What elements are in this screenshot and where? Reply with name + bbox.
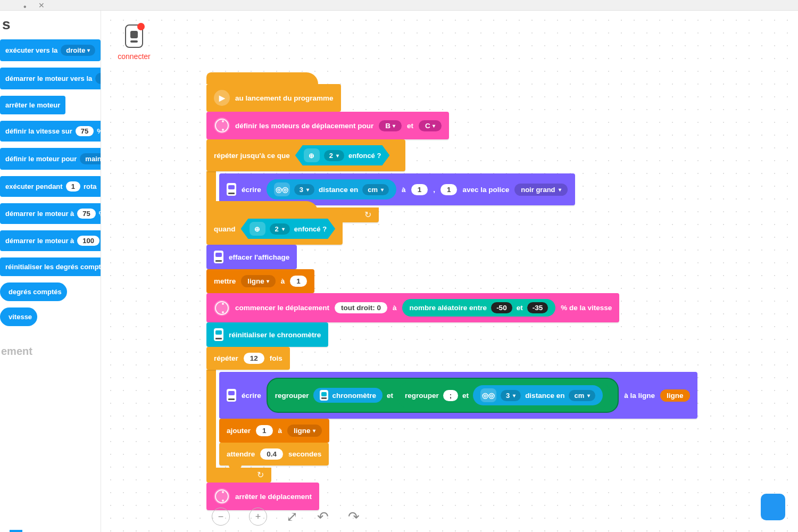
top-toolbar: • ✕ [0,0,798,11]
dropdown-port-2[interactable]: 2 [324,150,344,161]
input-add-value[interactable]: 1 [256,425,273,436]
category-label: ement [0,345,101,358]
palette-reporter-speed[interactable]: vitesse [0,307,37,326]
block-clear-display[interactable]: effacer l'affichage [206,245,297,269]
block-label: répéter jusqu'à ce que [214,152,290,160]
block-when-program-starts[interactable]: ▶ au lancement du programme [206,84,341,112]
reporter-timer[interactable]: chronomètre [313,388,383,403]
block-label: démarrer le moteur à [5,210,74,218]
block-label: à [393,304,397,312]
toolbar-close-icon[interactable]: ✕ [38,1,45,10]
display-icon [227,183,236,196]
zoom-out-button[interactable]: − [212,508,230,526]
palette-block-execute-toward[interactable]: exécuter vers la droite [0,39,101,61]
dropdown-direction[interactable]: d [95,73,101,84]
force-sensor-icon: ⊕ [304,148,320,162]
input-rotations[interactable]: 1 [66,181,80,192]
input-separator[interactable]: ; [443,390,458,401]
input-random-hi[interactable]: -35 [527,302,548,313]
input-y[interactable]: 1 [440,184,458,195]
block-label: distance en [525,392,564,400]
dropdown-unit-cm[interactable]: cm [362,184,389,195]
block-set-movement-motors[interactable]: définir les moteurs de déplacement pour … [206,112,449,139]
block-label: réinitialiser les degrés compté [5,263,101,271]
palette-block-start-motor-toward[interactable]: démarrer le moteur vers la d [0,68,101,89]
block-start-moving[interactable]: commencer le déplacement tout droit: 0 à… [206,293,619,322]
hub-icon [320,390,328,401]
block-label: avec la police [462,186,509,194]
dropdown-port-b[interactable]: B [379,120,402,131]
block-label: commencer le déplacement [235,304,329,312]
input-random-lo[interactable]: -50 [491,302,512,313]
script-stack-2[interactable]: quand ⊕ 2 enfoncé ? effacer l'affichage … [206,201,697,510]
boolean-sensor-pressed[interactable]: ⊕ 2 enfoncé ? [295,145,390,165]
input-speed[interactable]: 75 [76,126,94,136]
palette-block-reset-degrees[interactable]: réinitialiser les degrés compté [0,257,101,276]
block-label: répéter [214,354,238,362]
dropdown-port-3[interactable]: 3 [501,390,521,401]
input-speed[interactable]: 100 [77,236,99,246]
input-repeat-count[interactable]: 12 [244,353,264,364]
reporter-join-outer[interactable]: regrouper chronomètre et regrouper ; et … [267,378,619,413]
block-stop-moving[interactable]: arrêter le déplacement [206,483,319,510]
block-write-line[interactable]: écrire regrouper chronomètre et regroupe… [219,372,697,419]
block-when-pressed[interactable]: quand ⊕ 2 enfoncé ? [206,213,343,245]
redo-button[interactable]: ↷ [348,509,360,525]
status-dot-icon [137,23,145,30]
input-speed[interactable]: 75 [77,209,95,219]
hat-block-cap [206,72,318,84]
variable-ligne[interactable]: ligne [660,389,690,402]
block-label: définir les moteurs de déplacement pour [235,122,373,130]
boolean-sensor-pressed[interactable]: ⊕ 2 enfoncé ? [241,219,336,239]
dropdown-variable-ligne[interactable]: ligne [287,425,322,437]
palette-block-set-speed[interactable]: définir la vitesse sur 75 % [0,121,101,142]
trash-icon[interactable] [761,494,785,520]
reporter-distance[interactable]: ◎◎ 3 distance en cm [473,385,603,405]
block-label: à [402,186,406,194]
reporter-random[interactable]: nombre aléatoire entre -50 et -35 [402,299,556,317]
block-change-variable[interactable]: ajouter 1 à ligne [219,419,329,443]
block-wait[interactable]: attendre 0.4 secondes [219,443,329,466]
zoom-in-button[interactable]: + [249,508,267,526]
palette-block-start-motor-at-100[interactable]: démarrer le moteur à 100 % [0,230,101,251]
dropdown-port-c[interactable]: C [419,120,442,131]
block-label: % [97,127,101,135]
block-label: arrêter le moteur [5,101,60,109]
block-repeat-n[interactable]: répéter 12 fois [206,347,290,370]
script-canvas[interactable]: connecter ▶ au lancement du programme dé… [101,11,798,532]
canvas-toolbar: − + ⤢ ↶ ↷ [212,508,360,526]
input-straight[interactable]: tout droit: 0 [335,302,387,313]
dropdown-unit-cm[interactable]: cm [569,390,595,401]
palette-block-set-motor-mode[interactable]: définir le moteur pour maint [0,148,101,170]
block-write[interactable]: écrire ◎◎ 3 distance en cm à 1 , 1 avec … [219,173,575,205]
palette-block-start-motor-at-75[interactable]: démarrer le moteur à 75 % [0,203,101,224]
motor-icon [214,300,230,316]
block-label: à [281,277,285,285]
dropdown-variable-ligne[interactable]: ligne [241,275,276,287]
block-set-variable[interactable]: mettre ligne à 1 [206,269,314,293]
input-wait-seconds[interactable]: 0.4 [260,448,283,460]
dropdown-port-2[interactable]: 2 [270,223,290,235]
hub-icon [125,24,143,48]
connect-hub-button[interactable]: connecter [116,24,152,61]
zoom-fit-button[interactable]: ⤢ [286,509,298,525]
dropdown-font[interactable]: noir grand [514,184,567,196]
input-value-1[interactable]: 1 [290,276,307,287]
script-stack-1[interactable]: ▶ au lancement du programme définir les … [206,72,575,222]
dropdown-port-3[interactable]: 3 [294,184,314,195]
dropdown-mode[interactable]: maint [80,153,101,164]
palette-block-stop-motor[interactable]: arrêter le moteur [0,96,65,114]
block-label: au lancement du programme [235,94,334,102]
input-x[interactable]: 1 [411,184,428,195]
block-label: à la ligne [624,392,655,400]
undo-button[interactable]: ↶ [317,509,329,525]
palette-block-run-for[interactable]: exécuter pendant 1 rota [0,176,101,197]
block-label: % de la vitesse [561,304,612,312]
block-reset-timer[interactable]: réinitialiser le chronomètre [206,322,328,347]
block-repeat-until[interactable]: répéter jusqu'à ce que ⊕ 2 enfoncé ? [206,139,405,171]
reporter-distance[interactable]: ◎◎ 3 distance en cm [267,179,396,200]
dropdown-direction[interactable]: droite [61,45,95,56]
block-label: nombre aléatoire entre [410,304,487,312]
reporter-join-inner[interactable]: regrouper ; et ◎◎ 3 distance en cm [397,382,610,409]
palette-reporter-degrees[interactable]: degrés comptés [0,282,67,301]
